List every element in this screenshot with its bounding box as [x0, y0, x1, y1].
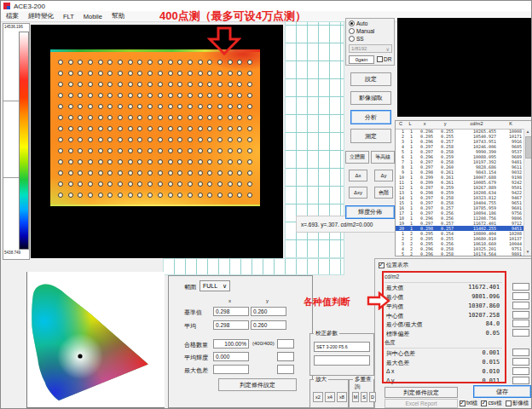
measure-point [78, 115, 83, 120]
table-row[interactable]: 520.2960.25810174.5649801 [396, 251, 523, 256]
delta-y-button[interactable]: Δy [374, 170, 393, 181]
measure-point [118, 137, 123, 142]
save-format-txt檔[interactable]: txt檔 [460, 400, 477, 407]
measure-point [128, 193, 133, 198]
checkbox-label: csv檔 [488, 400, 501, 407]
measure-point [58, 193, 63, 198]
zoom-x2-button[interactable]: x2 [313, 392, 323, 402]
calibration-set-field[interactable]: SET 3-200 F5.6 [314, 342, 370, 352]
measure-point [107, 71, 113, 76]
measure-point [177, 193, 182, 198]
save-format-影像檔[interactable]: 影像檔 [506, 400, 529, 407]
menu-item[interactable]: FLT [63, 13, 74, 20]
save-button[interactable]: 儲存 [473, 385, 531, 398]
calibration-extra-field[interactable] [314, 355, 370, 366]
measure-point [137, 104, 142, 109]
measure-point [247, 126, 252, 131]
position-display-row[interactable]: 位置表示 [379, 262, 408, 269]
contour-button[interactable]: 等高線 [371, 151, 395, 164]
measure-point [98, 71, 103, 76]
measure-button[interactable]: 測定 [350, 129, 391, 143]
dr-checkbox[interactable] [377, 56, 383, 62]
cie-chromaticity-diagram[interactable] [26, 272, 165, 408]
image-capture-button[interactable]: 影像擷取 [350, 91, 391, 105]
measure-point [137, 159, 142, 164]
map3d-button[interactable]: 立體圖 [345, 151, 369, 164]
settings-button[interactable]: 設定 [350, 72, 391, 86]
dr-checkbox-row[interactable]: DR [377, 56, 391, 62]
measure-point [118, 170, 123, 176]
measure-point [137, 170, 142, 176]
measure-point [107, 126, 113, 131]
max-colordiff-judge-box [277, 365, 294, 374]
menu-item[interactable]: Mobile [84, 13, 102, 20]
average-x-field[interactable]: 0.298 [213, 320, 249, 330]
excel-report-button[interactable]: Excel Report [385, 399, 458, 408]
shutter-range-dropdown[interactable]: 1/8192∨ [349, 44, 392, 53]
results-section-label: 色度 [385, 338, 502, 349]
menu-item[interactable]: 經時變化 [28, 12, 54, 20]
measure-point [188, 115, 193, 120]
multi-s-button[interactable]: S [361, 392, 367, 402]
results-row-label: 標準偏差 [386, 330, 409, 338]
measure-point [158, 82, 163, 87]
range-dropdown[interactable]: FULL∨ [200, 280, 230, 291]
scrollbar-thumb[interactable] [525, 136, 532, 158]
measure-point [247, 148, 252, 153]
average-y-field[interactable]: 0.260 [251, 320, 286, 330]
position-display-checkbox[interactable] [379, 262, 385, 268]
app-window: ACE3-200 檔案經時變化FLTMobile幫助 14536.196 543… [0, 0, 532, 409]
results-row-value: 0.015 [483, 359, 500, 366]
color-levels-button[interactable]: 色階 [374, 187, 393, 199]
checkbox-icon[interactable] [506, 400, 512, 406]
measure-point [107, 104, 113, 109]
mode-radio-manual[interactable]: Manual [349, 27, 394, 34]
measurement-table[interactable]: CLxycd/m2K 110.2960.25510265.45510008210… [395, 120, 532, 256]
save-format-checkboxes: txt檔csv檔影像檔 [460, 400, 529, 407]
table-cell: 10174.564 [455, 251, 498, 256]
scroll-up-icon[interactable]: ▲ [524, 129, 531, 135]
mode-radio-ss[interactable]: SS [349, 35, 394, 42]
zoom-x8-button[interactable]: x8 [337, 392, 347, 402]
menu-item[interactable]: 幫助 [112, 12, 124, 20]
delta-xy-button[interactable]: Δxy [349, 187, 367, 199]
measure-point [88, 71, 93, 76]
avg-lum-field[interactable]: 0.000 [213, 352, 249, 361]
measure-point [58, 82, 63, 87]
measure-point [88, 115, 93, 120]
heatmap-image[interactable] [50, 49, 260, 206]
mode-radio-auto[interactable]: Auto [349, 20, 394, 26]
measure-point [98, 60, 103, 65]
judge-condition-button[interactable]: 判定條件設定 [218, 378, 297, 391]
reference-x-field[interactable]: 0.298 [213, 307, 249, 316]
measure-point [68, 181, 73, 187]
multi-m-button[interactable]: M [352, 392, 359, 402]
save-format-csv檔[interactable]: csv檔 [481, 400, 501, 407]
range-value: FULL [203, 283, 217, 289]
measure-point [207, 104, 212, 109]
reference-y-field[interactable]: 0.260 [251, 307, 286, 316]
table-body[interactable]: 110.2960.25510265.45510008210.2950.25510… [396, 129, 523, 256]
luminance-display[interactable] [31, 25, 283, 258]
scroll-down-icon[interactable]: ▼ [524, 249, 531, 256]
measure-point [168, 71, 173, 76]
checkbox-icon[interactable] [460, 400, 466, 406]
measure-point [168, 148, 173, 153]
measure-point [128, 159, 133, 164]
analyze-button[interactable]: 分析 [350, 110, 391, 124]
measure-point [78, 82, 83, 87]
measure-point [188, 126, 193, 131]
luminance-distribution-button[interactable]: 輝度分佈 [345, 205, 395, 219]
menu-item[interactable]: 檔案 [6, 12, 19, 20]
zoom-x4-button[interactable]: x4 [325, 392, 335, 402]
measure-point [198, 126, 203, 131]
gain-field[interactable]: 0gain [349, 55, 374, 64]
results-row-value: 0.010 [483, 368, 500, 375]
multi-d-button[interactable]: D [369, 392, 376, 402]
table-scrollbar[interactable]: ▲ ▼ [523, 129, 531, 256]
checkbox-icon[interactable] [481, 400, 487, 406]
max-colordiff-field[interactable] [213, 365, 249, 374]
radio-icon [349, 28, 355, 34]
delta-x-button[interactable]: Δx [349, 170, 367, 181]
judge-condition-button[interactable]: 判定條件設定 [385, 387, 458, 398]
